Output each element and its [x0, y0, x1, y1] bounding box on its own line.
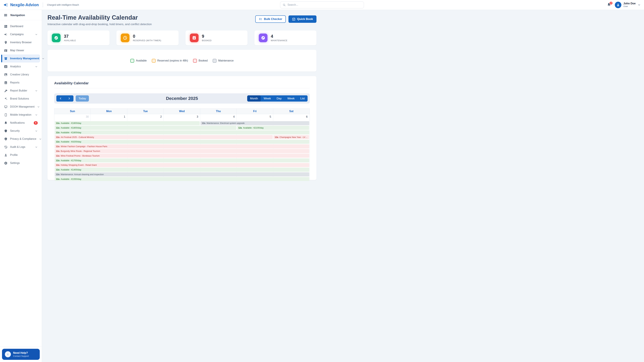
sidebar-item-dooh-management[interactable]: DOOH Management	[2, 103, 40, 111]
calendar-event[interactable]: 12aAvailable - €1550/day	[55, 177, 309, 181]
search-icon	[282, 3, 286, 6]
event-time: 12a	[56, 140, 60, 143]
sidebar-item-label: DOOH Management	[10, 105, 34, 108]
sidebar-item-analytics[interactable]: Analytics	[2, 62, 40, 70]
day-header-wed: Wed	[164, 109, 200, 114]
sidebar-item-brand-solutions[interactable]: Brand Solutions	[2, 95, 40, 103]
menu-icon[interactable]	[4, 13, 8, 17]
legend-label: Booked	[198, 59, 208, 62]
sidebar-item-reports[interactable]: Reports	[2, 79, 40, 87]
event-title: Available - €1800/day	[61, 126, 81, 129]
sidebar-item-profile[interactable]: Profile	[2, 151, 40, 159]
legend-label: Reserved (expires in 48h)	[157, 59, 188, 62]
chevron-left-icon	[59, 97, 62, 100]
calendar-event[interactable]: 12aAvailable - €1800/day	[55, 126, 236, 130]
date-cell-3[interactable]: 3	[164, 114, 200, 121]
sidebar-item-dashboard[interactable]: Dashboard	[2, 22, 40, 30]
sidebar-item-label: Privacy & Compliance	[10, 137, 36, 140]
sidebar-item-label: Audit & Logs	[10, 145, 25, 148]
chevron-down-icon	[35, 130, 38, 132]
sidebar-item-label: Settings	[10, 162, 20, 165]
sidebar-item-label: Profile	[10, 153, 18, 157]
day-header-tue: Tue	[127, 109, 164, 114]
sidebar-title: Navigation	[10, 13, 25, 17]
calendar-event[interactable]: 12aWinter Fashion Campaign - Fashion Hou…	[55, 144, 309, 148]
stat-icon-tile	[121, 33, 130, 42]
brand-divider	[43, 2, 43, 7]
date-cell-30[interactable]: 30	[54, 114, 91, 121]
calendar-event[interactable]: 12aArt Festival 2025 - Cultural Ministry	[55, 135, 273, 139]
sidebar-item-audit-logs[interactable]: Audit & Logs	[2, 143, 40, 151]
view-button-week[interactable]: Week	[261, 95, 274, 102]
calendar-event[interactable]: 12aAvailable - €4200/day	[55, 140, 309, 144]
view-button-day[interactable]: Day	[274, 95, 284, 102]
date-cell-5[interactable]: 5	[237, 114, 273, 121]
date-cell-1[interactable]: 1	[91, 114, 127, 121]
sidebar-item-creative-library[interactable]: Creative Library	[2, 70, 40, 79]
calendar-event[interactable]: 12aAvailable - €1400/day	[55, 168, 309, 172]
calendar-event[interactable]: 12aBurgundy Wine Route - Regional Touris…	[55, 149, 309, 153]
calendar-event[interactable]: 12aHoliday Shopping Event - Retail Giant	[55, 163, 309, 167]
sidebar-item-inventory-management[interactable]: Inventory Management	[2, 54, 40, 62]
calendar-event[interactable]: 12aAvailable - €2100/day	[237, 126, 309, 130]
calendar-month-title: December 2025	[166, 96, 198, 101]
sidebar-item-label: Campaigns	[10, 33, 24, 36]
sidebar-item-label: Dashboard	[10, 25, 23, 28]
calendar-event[interactable]: 12aMaintenance: Electrical system upgrad…	[200, 121, 309, 125]
calendar-check-icon	[292, 17, 296, 21]
check-circle-icon	[54, 35, 58, 40]
sidebar-item-settings[interactable]: Settings	[2, 159, 40, 167]
bulk-checker-button[interactable]: Bulk Checker	[255, 15, 286, 23]
sidebar-item-report-builder[interactable]: Report Builder	[2, 87, 40, 95]
event-time: 12a	[202, 122, 205, 124]
bulk-checker-label: Bulk Checker	[264, 17, 282, 21]
event-title: Wine Festival Promo - Bordeaux Tourism	[61, 155, 100, 157]
sidebar-item-map-viewer[interactable]: Map Viewer	[2, 46, 40, 54]
event-time: 12a	[56, 131, 60, 134]
stat-icon-tile	[52, 33, 60, 42]
calendar-event[interactable]: 12aAvailable - €1700/day	[55, 158, 309, 162]
sidebar-item-privacy-compliance[interactable]: Privacy & Compliance	[2, 135, 40, 143]
calendar-event[interactable]: 12aAvailable - €1600/day	[55, 121, 200, 125]
legend-item-reserved-expires-in-48h-: Reserved (expires in 48h)	[152, 59, 188, 63]
chevron-down-icon	[35, 146, 38, 148]
prev-month-button[interactable]	[56, 95, 65, 102]
search-input[interactable]	[288, 3, 322, 6]
chevron-down-icon	[42, 57, 44, 60]
sidebar-item-inventory-browser[interactable]: Inventory Browser	[2, 38, 40, 46]
today-button[interactable]: Today	[76, 95, 89, 102]
view-button-month[interactable]: Month	[247, 95, 261, 102]
calendar-grid: SunMonTueWedThuFriSat 30123456 12aAvaila…	[54, 108, 310, 181]
event-title: Art Festival 2025 - Cultural Ministry	[61, 136, 94, 138]
calendar-event[interactable]: 12aWine Festival Promo - Bordeaux Touris…	[55, 154, 309, 158]
legend-item-maintenance: Maintenance	[213, 59, 234, 63]
calendar-event[interactable]: 12aAvailable - €1600/day	[55, 130, 309, 134]
day-header-sat: Sat	[273, 109, 310, 114]
sidebar-item-security[interactable]: Security	[2, 127, 40, 135]
view-button-list[interactable]: List	[298, 95, 308, 102]
calendar-event[interactable]: 12aChampagne New Year - LVMH Group	[274, 135, 309, 139]
pin-icon	[4, 41, 8, 44]
event-time: 12a	[56, 159, 60, 162]
sidebar-item-notifications[interactable]: Notifications5	[2, 119, 40, 127]
quick-book-button[interactable]: Quick Book	[288, 15, 316, 23]
stat-value: 9	[202, 34, 212, 39]
sidebar-item-mobile-integration[interactable]: Mobile Integration	[2, 111, 40, 119]
date-cell-2[interactable]: 2	[127, 114, 164, 121]
dashboard-icon	[4, 25, 8, 28]
calendar-event[interactable]: 12aMaintenance: Annual cleaning and insp…	[55, 172, 309, 176]
sidebar-item-label: Map Viewer	[10, 49, 24, 52]
stat-value: 0	[133, 34, 161, 39]
next-month-button[interactable]	[65, 95, 74, 102]
event-title: Winter Fashion Campaign - Fashion House …	[61, 145, 107, 148]
legend-label: Available	[136, 59, 147, 62]
legend-swatch	[130, 59, 134, 63]
view-button-week-2[interactable]: Week	[284, 95, 297, 102]
date-cell-4[interactable]: 4	[200, 114, 237, 121]
brand-name: Nexgile-Advion	[10, 3, 39, 7]
chevron-down-icon	[39, 138, 42, 140]
search-box	[280, 1, 322, 8]
event-title: Available - €2100/day	[243, 126, 264, 129]
date-cell-6[interactable]: 6	[273, 114, 310, 121]
sidebar-item-campaigns[interactable]: Campaigns	[2, 30, 40, 38]
